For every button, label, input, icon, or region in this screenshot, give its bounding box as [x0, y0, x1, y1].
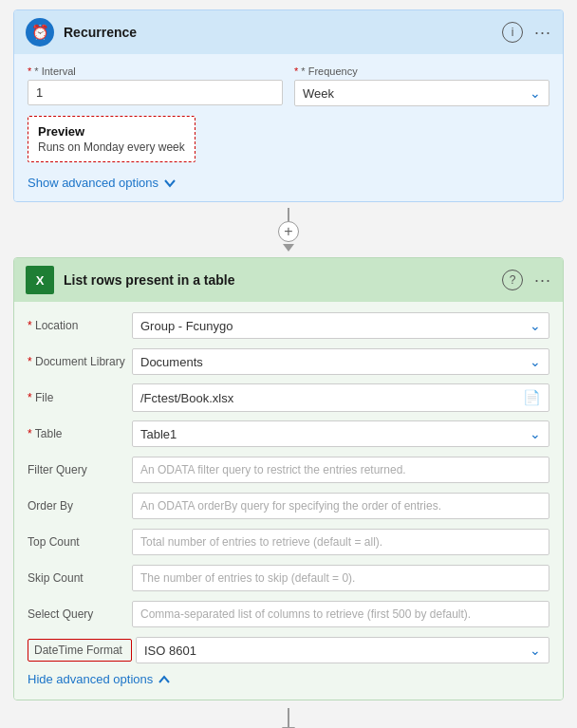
recurrence-card: ⏰ Recurrence i ··· * Interval * Frequenc… — [13, 9, 564, 202]
recurrence-header-right: i ··· — [502, 22, 551, 43]
interval-group: * Interval — [28, 65, 283, 106]
frequency-select[interactable]: Week ⌄ — [294, 80, 549, 106]
excel-body: Location Group - Fcunygo ⌄ Document Libr… — [14, 302, 563, 700]
hide-advanced-toggle[interactable]: Hide advanced options — [28, 672, 549, 686]
filter-query-placeholder: An ODATA filter query to restrict the en… — [140, 463, 406, 476]
skip-count-input[interactable]: The number of entries to skip (default =… — [132, 565, 549, 591]
show-advanced-toggle[interactable]: Show advanced options — [28, 176, 549, 190]
skip-count-placeholder: The number of entries to skip (default =… — [140, 571, 355, 585]
location-text: Group - Fcunygo — [140, 319, 233, 333]
recurrence-body: * Interval * Frequency Week ⌄ Preview Ru… — [14, 54, 563, 201]
recurrence-more-icon[interactable]: ··· — [534, 23, 551, 43]
select-query-input[interactable]: Comma-separated list of columns to retri… — [132, 601, 549, 627]
filter-query-label: Filter Query — [28, 463, 132, 476]
field-skip-count: Skip Count The number of entries to skip… — [28, 564, 549, 592]
table-text: Table1 — [140, 427, 177, 441]
preview-desc: Runs on Monday every week — [38, 140, 185, 154]
select-query-label: Select Query — [28, 607, 132, 621]
interval-input[interactable] — [28, 80, 283, 105]
location-chevron-icon: ⌄ — [530, 318, 541, 333]
bottom-connector — [282, 708, 295, 728]
recurrence-form-row: * Interval * Frequency Week ⌄ — [28, 65, 549, 106]
select-query-placeholder: Comma-separated list of columns to retri… — [140, 607, 471, 621]
field-datetime-format: DateTime Format ISO 8601 ⌄ — [28, 636, 549, 664]
doc-library-label: Document Library — [28, 355, 132, 368]
frequency-chevron-icon: ⌄ — [530, 85, 541, 101]
datetime-format-value[interactable]: ISO 8601 ⌄ — [136, 637, 549, 663]
doc-library-value[interactable]: Documents ⌄ — [132, 348, 549, 375]
recurrence-icon: ⏰ — [26, 18, 54, 47]
skip-count-label: Skip Count — [28, 571, 132, 585]
add-step-button[interactable]: + — [278, 221, 299, 242]
frequency-label: * Frequency — [294, 65, 549, 77]
file-text: /Fctest/Book.xlsx — [140, 391, 233, 405]
file-browse-icon[interactable]: 📄 — [523, 389, 541, 406]
top-count-label: Top Count — [28, 535, 132, 549]
excel-header-right: ? ··· — [502, 270, 551, 290]
order-by-input[interactable]: An ODATA orderBy query for specifying th… — [132, 493, 549, 519]
field-file: File /Fctest/Book.xlsx 📄 — [28, 383, 549, 412]
chevron-up-icon — [158, 673, 171, 686]
recurrence-info-icon[interactable]: i — [502, 22, 523, 43]
table-chevron-icon: ⌄ — [530, 426, 541, 441]
excel-info-icon[interactable]: ? — [502, 270, 523, 290]
preview-title: Preview — [38, 124, 185, 139]
field-filter-query: Filter Query An ODATA filter query to re… — [28, 456, 549, 484]
excel-title: List rows present in a table — [64, 272, 235, 288]
preview-box: Preview Runs on Monday every week — [28, 116, 195, 162]
connector-line-top — [288, 208, 289, 221]
doc-library-chevron-icon: ⌄ — [530, 354, 541, 369]
interval-label: * Interval — [28, 65, 283, 77]
table-label: Table — [28, 427, 132, 440]
excel-more-icon[interactable]: ··· — [534, 271, 551, 290]
field-location: Location Group - Fcunygo ⌄ — [28, 311, 549, 340]
top-count-placeholder: Total number of entries to retrieve (def… — [140, 535, 382, 549]
excel-card: X List rows present in a table ? ··· Loc… — [13, 257, 564, 700]
recurrence-title: Recurrence — [64, 25, 137, 40]
field-order-by: Order By An ODATA orderBy query for spec… — [28, 492, 549, 520]
connector-between: + — [278, 208, 299, 252]
chevron-down-icon — [163, 177, 177, 190]
location-value[interactable]: Group - Fcunygo ⌄ — [132, 312, 549, 339]
file-value[interactable]: /Fctest/Book.xlsx 📄 — [132, 383, 549, 412]
file-label: File — [28, 391, 132, 404]
field-table: Table Table1 ⌄ — [28, 420, 549, 448]
field-select-query: Select Query Comma-separated list of col… — [28, 600, 549, 628]
filter-query-input[interactable]: An ODATA filter query to restrict the en… — [132, 457, 549, 483]
recurrence-header-left: ⏰ Recurrence — [26, 18, 137, 47]
frequency-group: * Frequency Week ⌄ — [294, 65, 549, 106]
excel-icon: X — [26, 266, 54, 294]
excel-header: X List rows present in a table ? ··· — [14, 258, 563, 302]
frequency-value: Week — [303, 86, 334, 101]
show-advanced-label: Show advanced options — [28, 176, 158, 190]
top-count-input[interactable]: Total number of entries to retrieve (def… — [132, 529, 549, 555]
field-document-library: Document Library Documents ⌄ — [28, 347, 549, 376]
bottom-line — [288, 708, 289, 727]
datetime-format-text: ISO 8601 — [144, 644, 196, 658]
doc-library-text: Documents — [140, 355, 203, 369]
excel-header-left: X List rows present in a table — [26, 266, 235, 294]
location-label: Location — [28, 319, 132, 332]
field-top-count: Top Count Total number of entries to ret… — [28, 528, 549, 556]
hide-advanced-label: Hide advanced options — [28, 672, 153, 686]
table-value[interactable]: Table1 ⌄ — [132, 420, 549, 447]
order-by-label: Order By — [28, 499, 132, 513]
datetime-format-label: DateTime Format — [28, 639, 132, 662]
connector-arrow — [283, 244, 294, 252]
datetime-format-chevron-icon: ⌄ — [530, 643, 541, 658]
order-by-placeholder: An ODATA orderBy query for specifying th… — [140, 499, 441, 513]
recurrence-header: ⏰ Recurrence i ··· — [14, 10, 563, 54]
